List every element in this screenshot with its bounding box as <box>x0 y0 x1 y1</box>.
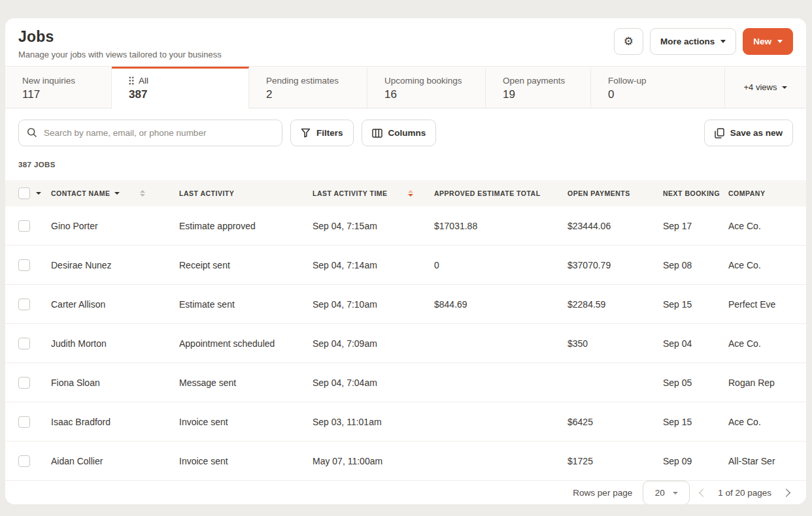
cell-last-activity: Estimate sent <box>179 299 313 310</box>
cell-approved-estimate-total: $17031.88 <box>434 221 567 231</box>
tab-count: 19 <box>503 88 590 101</box>
cell-open-payments: $2284.59 <box>567 299 663 310</box>
cell-next-booking: Sep 15 <box>663 417 728 427</box>
search-icon <box>27 127 37 138</box>
new-button[interactable]: New <box>743 28 793 55</box>
row-checkbox[interactable] <box>18 416 30 428</box>
view-tab[interactable]: Pending estimates 2 <box>249 67 367 108</box>
tab-count: 2 <box>266 88 367 101</box>
settings-button[interactable]: ⚙ <box>614 28 643 55</box>
cell-last-activity: Receipt sent <box>179 260 313 270</box>
cell-contact-name: Fiona Sloan <box>51 378 179 388</box>
cell-company: Ace Co. <box>728 338 806 349</box>
filter-icon <box>301 128 311 138</box>
cell-last-activity-time: Sep 04, 7:10am <box>313 299 434 310</box>
tab-label: Pending estimates <box>266 76 339 86</box>
table-row[interactable]: Desirae Nunez Receipt sent Sep 04, 7:14a… <box>5 246 806 285</box>
page-indicator: 1 of 20 pages <box>718 488 771 498</box>
tab-label: All <box>139 76 148 86</box>
cell-last-activity-time: Sep 04, 7:04am <box>313 378 434 388</box>
cell-next-booking: Sep 04 <box>663 338 728 349</box>
search-input[interactable] <box>18 120 282 146</box>
more-views-dropdown[interactable]: +4 views <box>725 67 806 108</box>
view-tab[interactable]: Upcoming bookings 16 <box>367 67 486 108</box>
chevron-down-icon <box>777 40 783 43</box>
cell-last-activity: Invoice sent <box>179 456 313 466</box>
filters-label: Filters <box>316 128 343 138</box>
tab-label: Follow-up <box>608 76 647 86</box>
cell-company: Ace Co. <box>728 417 806 427</box>
rows-per-page-select[interactable]: 20 <box>643 481 690 504</box>
column-header-contact-name[interactable]: CONTACT NAME <box>51 189 179 197</box>
cell-contact-name: Isaac Bradford <box>51 417 179 427</box>
view-tab[interactable]: All 387 <box>112 67 249 108</box>
tab-count: 16 <box>384 88 485 101</box>
new-button-label: New <box>753 37 771 46</box>
table-row[interactable]: Isaac Bradford Invoice sent Sep 03, 11:0… <box>5 402 806 442</box>
drag-handle-icon[interactable] <box>129 76 134 85</box>
chevron-down-icon <box>720 40 726 43</box>
cell-approved-estimate-total: 0 <box>434 260 567 270</box>
more-views-label: +4 views <box>744 82 777 92</box>
column-menu-caret-icon[interactable] <box>114 192 120 195</box>
cell-open-payments: $1725 <box>567 456 663 466</box>
row-checkbox[interactable] <box>18 220 30 232</box>
tab-count: 117 <box>22 88 111 101</box>
cell-last-activity-time: May 07, 11:00am <box>313 456 434 466</box>
view-tab[interactable]: Follow-up 0 <box>591 67 725 108</box>
cell-contact-name: Gino Porter <box>51 221 179 231</box>
select-menu-caret-icon[interactable] <box>36 192 41 195</box>
jobs-page-card: Jobs Manage your jobs with views tailore… <box>5 18 806 504</box>
view-tab[interactable]: Open payments 19 <box>486 67 591 108</box>
view-tab[interactable]: New inquiries 117 <box>5 67 112 108</box>
select-all-checkbox[interactable] <box>18 187 30 199</box>
cell-next-booking: Sep 05 <box>663 378 728 388</box>
rows-per-page-value: 20 <box>655 488 665 498</box>
duplicate-icon <box>715 128 724 138</box>
cell-company: Rogan Rep <box>728 378 806 388</box>
tab-label: Open payments <box>503 76 565 86</box>
more-actions-button[interactable]: More actions <box>650 28 736 55</box>
table-row[interactable]: Gino Porter Estimate approved Sep 04, 7:… <box>5 206 806 246</box>
columns-button[interactable]: Columns <box>362 120 437 146</box>
chevron-down-icon <box>782 86 787 89</box>
row-checkbox[interactable] <box>18 259 30 271</box>
table-row[interactable]: Carter Allison Estimate sent Sep 04, 7:1… <box>5 285 806 324</box>
cell-approved-estimate-total: $844.69 <box>434 299 567 310</box>
column-header-open-payments[interactable]: OPEN PAYMENTS <box>567 189 663 197</box>
table-row[interactable]: Judith Morton Appointment scheduled Sep … <box>5 324 806 363</box>
table-body: Gino Porter Estimate approved Sep 04, 7:… <box>5 206 806 481</box>
tab-label: Upcoming bookings <box>384 76 462 86</box>
rows-per-page-label: Rows per page <box>573 488 632 498</box>
filters-button[interactable]: Filters <box>290 120 354 146</box>
cell-last-activity-time: Sep 03, 11:01am <box>313 417 434 427</box>
tab-label: New inquiries <box>22 76 75 86</box>
column-header-approved-estimate-total[interactable]: APPROVED ESTIMATE TOTAL <box>434 189 567 197</box>
column-header-last-activity-time[interactable]: LAST ACTIVITY TIME <box>313 189 434 197</box>
row-checkbox[interactable] <box>18 377 30 389</box>
cell-last-activity-time: Sep 04, 7:14am <box>313 260 434 270</box>
row-checkbox[interactable] <box>18 298 30 310</box>
jobs-count-label: 387 JOBS <box>5 146 806 169</box>
tab-count: 387 <box>129 88 248 101</box>
page-title: Jobs <box>18 28 222 46</box>
cell-last-activity-time: Sep 04, 7:15am <box>313 221 434 231</box>
row-checkbox[interactable] <box>18 455 30 467</box>
sort-icon[interactable] <box>140 190 145 197</box>
table-row[interactable]: Aidan Collier Invoice sent May 07, 11:00… <box>5 442 806 481</box>
cell-company: Perfect Eve <box>728 299 806 310</box>
save-as-new-button[interactable]: Save as new <box>704 120 793 146</box>
cell-last-activity: Estimate approved <box>179 221 313 231</box>
column-header-next-booking[interactable]: NEXT BOOKING <box>663 189 728 197</box>
cell-last-activity: Appointment scheduled <box>179 338 313 349</box>
prev-page-button[interactable] <box>699 489 707 497</box>
save-as-new-label: Save as new <box>730 128 783 138</box>
table-row[interactable]: Fiona Sloan Message sent Sep 04, 7:04am … <box>5 363 806 402</box>
chevron-down-icon <box>673 492 678 494</box>
row-checkbox[interactable] <box>18 338 30 349</box>
sort-desc-active-icon[interactable] <box>408 190 413 197</box>
column-header-last-activity[interactable]: LAST ACTIVITY <box>179 189 313 197</box>
column-header-company[interactable]: COMPANY <box>728 189 806 197</box>
next-page-button[interactable] <box>782 489 790 497</box>
cell-next-booking: Sep 09 <box>663 456 728 466</box>
